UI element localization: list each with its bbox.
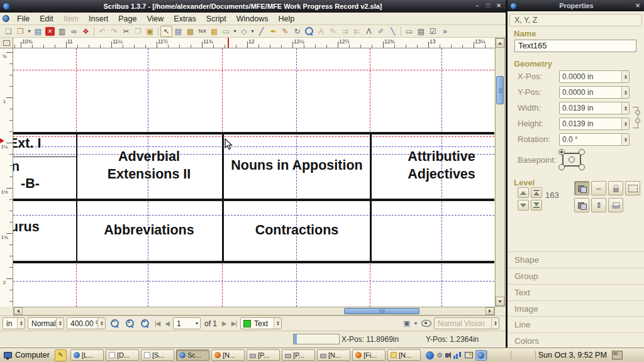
printing-enabled-button[interactable]	[608, 198, 623, 212]
page-number-combo[interactable]: 1 ▾	[173, 317, 201, 329]
polygon-dropdown-icon[interactable]: ▾	[250, 26, 255, 37]
spinner[interactable]	[621, 87, 629, 98]
edit-contents-button[interactable]: A	[315, 26, 327, 37]
basepoint-center[interactable]	[569, 156, 575, 163]
basepoint-selector[interactable]	[560, 151, 583, 168]
insert-line-button[interactable]: ╱	[255, 26, 267, 37]
scroll-down-button[interactable]	[496, 297, 504, 306]
basepoint-bottom-left[interactable]	[558, 164, 565, 170]
maximize-button[interactable]: □	[484, 3, 492, 10]
open-dropdown-icon[interactable]: ▾	[26, 26, 32, 37]
document-canvas[interactable]: Ext. I n -B- Adverbial Extensions II Nou…	[13, 48, 494, 307]
rotate-item-button[interactable]: ↻	[291, 26, 303, 37]
tab-image[interactable]: Image	[508, 300, 644, 317]
ruler-origin-button[interactable]	[0, 38, 13, 48]
preview-eye-icon[interactable]	[421, 320, 431, 327]
vertical-scrollbar[interactable]	[495, 38, 505, 307]
measurements-button[interactable]: Λ	[363, 26, 375, 37]
menu-file[interactable]: File	[12, 14, 35, 23]
computer-menu-button[interactable]: Computer	[0, 348, 55, 362]
close-document-button[interactable]: ✕	[45, 27, 55, 36]
spinner[interactable]	[621, 134, 629, 145]
toolbar-overflow-chevron[interactable]: »	[439, 26, 451, 37]
next-page-button[interactable]: ▶	[221, 320, 228, 327]
basepoint-bottom-right[interactable]	[579, 164, 585, 170]
insert-polygon-button[interactable]: ◇	[238, 26, 250, 37]
network-signal-icon[interactable]	[453, 351, 462, 359]
pdf-push-button-tool[interactable]: ▭	[403, 26, 415, 37]
insert-bezier-button[interactable]: ✒	[267, 26, 279, 37]
menu-item[interactable]: Item	[58, 14, 84, 23]
zoom-level-spinbox[interactable]: 400.00 %	[67, 317, 106, 329]
task-window-7[interactable]: [P...	[282, 349, 315, 361]
vertical-scroll-thumb[interactable]	[496, 76, 504, 104]
notes-launcher-icon[interactable]: ✎	[55, 349, 67, 361]
insert-image-frame-button[interactable]: ▦	[184, 26, 196, 37]
cell-contractions[interactable]: Contractions	[224, 201, 370, 260]
quality-combo[interactable]: Normal	[28, 317, 64, 329]
flip-vertical-button[interactable]	[574, 198, 589, 212]
insert-render-frame-button[interactable]: TeX	[196, 26, 208, 37]
basepoint-top-left[interactable]	[558, 149, 565, 155]
level-up-button[interactable]	[518, 187, 529, 198]
insert-text-frame-button[interactable]: ▤	[172, 26, 184, 37]
spin-arrows[interactable]	[97, 318, 105, 329]
cell-ext-1[interactable]: Ext. I	[13, 136, 41, 151]
tab-shape[interactable]: Shape	[508, 251, 644, 268]
cut-button[interactable]: ✂	[120, 26, 132, 37]
xpos-input[interactable]: 0.0000 in	[559, 70, 630, 83]
scroll-right-button[interactable]	[486, 307, 494, 315]
tab-xyz[interactable]: X, Y, Z	[509, 14, 642, 26]
settings-gear-icon[interactable]: ⚙	[436, 351, 443, 359]
export-pdf-button[interactable]: ❖	[80, 26, 92, 37]
pdf-check-box-tool[interactable]: ☑	[427, 26, 439, 37]
rotation-input[interactable]: 0.0 °	[559, 133, 630, 146]
close-button[interactable]: ✕	[494, 3, 503, 10]
previous-page-button[interactable]: ◀	[164, 320, 170, 327]
task-window-1[interactable]: [L...	[70, 349, 104, 361]
task-window-10[interactable]: [N...	[387, 349, 421, 361]
basepoint-top-right[interactable]	[579, 149, 585, 155]
display-icon[interactable]	[465, 352, 473, 358]
volume-icon[interactable]	[445, 353, 448, 358]
width-input[interactable]: 0.0139 in	[559, 102, 630, 114]
horizontal-ruler[interactable]: 10¾ 11 11¼ 11½ 11¾ 12 12¼ 12½ 12¾ 13 13¼	[13, 38, 495, 48]
unlink-text-frames-button[interactable]: ⇇	[351, 26, 363, 37]
open-document-button[interactable]: ❐	[14, 26, 26, 37]
insert-freehand-button[interactable]: ✎	[279, 26, 291, 37]
task-window-8[interactable]: [N...	[317, 349, 350, 361]
level-to-top-button[interactable]	[531, 187, 542, 198]
menu-insert[interactable]: Insert	[84, 14, 113, 23]
cell-adverbial-extensions[interactable]: Adverbial Extensions II	[76, 134, 222, 196]
zoom-out-button[interactable]: −	[108, 317, 121, 329]
flip-vertical-arrow-button[interactable]: ⇕	[591, 198, 606, 212]
new-document-button[interactable]: ❏	[3, 26, 14, 37]
horizontal-scrollbar[interactable]	[13, 307, 495, 315]
link-text-frames-button[interactable]: ⇉	[339, 26, 351, 37]
menu-page[interactable]: Page	[113, 14, 142, 23]
save-document-button[interactable]: ▤	[32, 26, 44, 37]
height-input[interactable]: 0.0139 in	[559, 118, 630, 130]
task-window-6[interactable]: [P...	[247, 349, 280, 361]
spinner[interactable]	[621, 71, 629, 82]
layer-indicator-icon[interactable]: ▣	[404, 319, 410, 327]
level-down-button[interactable]	[518, 200, 529, 211]
zoom-in-button[interactable]: +	[138, 317, 151, 329]
insert-shape-button[interactable]: ▭	[220, 26, 232, 37]
tab-text[interactable]: Text	[508, 284, 644, 300]
link-width-height-icon[interactable]	[633, 107, 638, 128]
undo-button[interactable]: ↶	[96, 26, 108, 37]
menu-view[interactable]: View	[142, 14, 169, 23]
menu-extras[interactable]: Extras	[169, 14, 201, 23]
spinner[interactable]	[621, 118, 629, 129]
select-item-button[interactable]: ↖	[160, 26, 172, 37]
spin-arrows[interactable]	[17, 318, 25, 329]
tray-app-icon[interactable]	[426, 351, 434, 359]
insert-table-button[interactable]: ▦	[208, 26, 220, 37]
menu-windows[interactable]: Windows	[231, 14, 274, 23]
lock-object-button[interactable]	[608, 181, 623, 195]
cell-nouns-in-apposition[interactable]: Nouns in Apposition	[224, 134, 370, 196]
flip-horizontal-button[interactable]	[574, 181, 589, 195]
spin-arrows[interactable]	[56, 318, 64, 329]
pdf-text-field-tool[interactable]: ▤	[415, 26, 427, 37]
